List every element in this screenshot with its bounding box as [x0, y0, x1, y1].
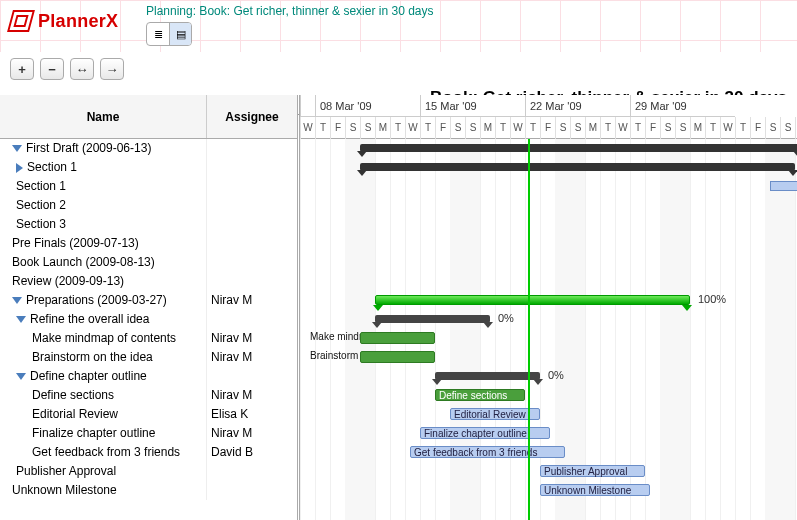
task-row[interactable]: Refine the overall idea — [0, 310, 297, 329]
task-name[interactable]: Get feedback from 3 friends — [0, 443, 207, 462]
bar-editorial-review[interactable]: Editorial Review — [450, 408, 540, 420]
task-assignee[interactable] — [207, 215, 297, 234]
task-row[interactable]: First Draft (2009-06-13) — [0, 139, 297, 158]
add-button[interactable]: + — [10, 58, 34, 80]
task-name[interactable]: Section 3 — [0, 215, 207, 234]
task-row[interactable]: Book Launch (2009-08-13) — [0, 253, 297, 272]
bar-refine[interactable] — [375, 315, 490, 323]
bar-publisher[interactable]: Publisher Approval — [540, 465, 645, 477]
column-header-name[interactable]: Name — [0, 95, 207, 138]
task-name[interactable]: Define chapter outline — [0, 367, 207, 386]
day-cell: W — [510, 117, 525, 139]
bar-inner: Editorial Review — [454, 409, 526, 420]
task-row[interactable]: Section 2 — [0, 196, 297, 215]
unlink-button[interactable]: → — [100, 58, 124, 80]
link-button[interactable]: ↔ — [70, 58, 94, 80]
logo-icon — [7, 10, 35, 32]
task-assignee[interactable] — [207, 234, 297, 253]
task-assignee[interactable] — [207, 272, 297, 291]
task-name[interactable]: Refine the overall idea — [0, 310, 207, 329]
bar-section1-summary[interactable] — [360, 163, 795, 171]
bar-preparations[interactable] — [375, 295, 690, 305]
task-row[interactable]: Review (2009-09-13) — [0, 272, 297, 291]
task-row[interactable]: Unknown Milestone — [0, 481, 297, 500]
task-assignee[interactable]: Nirav M — [207, 386, 297, 405]
bar-unknown[interactable]: Unknown Milestone — [540, 484, 650, 496]
task-row[interactable]: Make mindmap of contentsNirav M — [0, 329, 297, 348]
task-assignee[interactable] — [207, 481, 297, 500]
task-name[interactable]: Define sections — [0, 386, 207, 405]
task-assignee[interactable]: Nirav M — [207, 291, 297, 310]
task-tree[interactable]: First Draft (2009-06-13)Section 1Section… — [0, 139, 297, 520]
gantt-view-icon[interactable]: ▤ — [169, 23, 191, 45]
task-name[interactable]: Section 1 — [0, 158, 207, 177]
bar-define-sections[interactable]: Define sections — [435, 389, 525, 401]
task-assignee[interactable] — [207, 139, 297, 158]
task-assignee[interactable] — [207, 253, 297, 272]
task-name[interactable]: Make mindmap of contents — [0, 329, 207, 348]
task-name[interactable]: Section 2 — [0, 196, 207, 215]
task-name[interactable]: Editorial Review — [0, 405, 207, 424]
task-row[interactable]: Pre Finals (2009-07-13) — [0, 234, 297, 253]
task-assignee[interactable] — [207, 196, 297, 215]
task-row[interactable]: Preparations (2009-03-27)Nirav M — [0, 291, 297, 310]
pct-label: 0% — [548, 369, 564, 381]
list-view-icon[interactable]: ≣ — [147, 23, 169, 45]
task-name[interactable]: Unknown Milestone — [0, 481, 207, 500]
bar-feedback[interactable]: Get feedback from 3 friends — [410, 446, 565, 458]
task-label: Finalize chapter outline — [32, 426, 155, 440]
breadcrumb[interactable]: Planning: Book: Get richer, thinner & se… — [146, 4, 434, 18]
disclosure-down-icon[interactable] — [12, 297, 22, 304]
task-assignee[interactable]: Nirav M — [207, 348, 297, 367]
bar-define-chapter[interactable] — [435, 372, 540, 380]
remove-button[interactable]: − — [40, 58, 64, 80]
task-assignee[interactable]: David B — [207, 443, 297, 462]
task-assignee[interactable] — [207, 310, 297, 329]
task-row[interactable]: Define sectionsNirav M — [0, 386, 297, 405]
task-name[interactable]: First Draft (2009-06-13) — [0, 139, 207, 158]
day-cell: W — [720, 117, 735, 139]
disclosure-down-icon[interactable] — [16, 316, 26, 323]
bar-section1[interactable] — [770, 181, 797, 191]
bar-finalize[interactable]: Finalize chapter outline — [420, 427, 550, 439]
task-row[interactable]: Get feedback from 3 friendsDavid B — [0, 443, 297, 462]
today-line — [528, 139, 530, 520]
bar-mindmap[interactable] — [360, 332, 435, 344]
task-name[interactable]: Section 1 — [0, 177, 207, 196]
task-assignee[interactable]: Nirav M — [207, 329, 297, 348]
task-name[interactable]: Brainstorm on the idea — [0, 348, 207, 367]
disclosure-down-icon[interactable] — [12, 145, 22, 152]
task-name[interactable]: Pre Finals (2009-07-13) — [0, 234, 207, 253]
task-row[interactable]: Section 3 — [0, 215, 297, 234]
bar-first-draft[interactable] — [360, 144, 797, 152]
task-row[interactable]: Section 1 — [0, 177, 297, 196]
task-row[interactable]: Section 1 — [0, 158, 297, 177]
task-name[interactable]: Book Launch (2009-08-13) — [0, 253, 207, 272]
disclosure-down-icon[interactable] — [16, 373, 26, 380]
task-name[interactable]: Preparations (2009-03-27) — [0, 291, 207, 310]
gantt-body[interactable]: 0% 100% 0% Make mindmap of contents Brai… — [300, 139, 797, 520]
view-mode-toggle[interactable]: ≣ ▤ — [146, 22, 192, 46]
column-header-assignee[interactable]: Assignee — [207, 95, 297, 138]
task-row[interactable]: Editorial ReviewElisa K — [0, 405, 297, 424]
task-assignee[interactable]: Nirav M — [207, 424, 297, 443]
day-cell: F — [645, 117, 660, 139]
task-assignee[interactable] — [207, 177, 297, 196]
task-label: Section 1 — [16, 179, 66, 193]
task-name[interactable]: Publisher Approval — [0, 462, 207, 481]
task-assignee[interactable] — [207, 462, 297, 481]
task-label: Preparations (2009-03-27) — [26, 293, 167, 307]
task-row[interactable]: Brainstorm on the ideaNirav M — [0, 348, 297, 367]
task-assignee[interactable] — [207, 158, 297, 177]
task-row[interactable]: Finalize chapter outlineNirav M — [0, 424, 297, 443]
task-name[interactable]: Finalize chapter outline — [0, 424, 207, 443]
task-label: Section 3 — [16, 217, 66, 231]
task-assignee[interactable] — [207, 367, 297, 386]
task-row[interactable]: Publisher Approval — [0, 462, 297, 481]
disclosure-right-icon[interactable] — [16, 163, 23, 173]
task-row[interactable]: Define chapter outline — [0, 367, 297, 386]
bar-brainstorm[interactable] — [360, 351, 435, 363]
task-name[interactable]: Review (2009-09-13) — [0, 272, 207, 291]
task-assignee[interactable]: Elisa K — [207, 405, 297, 424]
bar-inner: Get feedback from 3 friends — [414, 447, 537, 458]
